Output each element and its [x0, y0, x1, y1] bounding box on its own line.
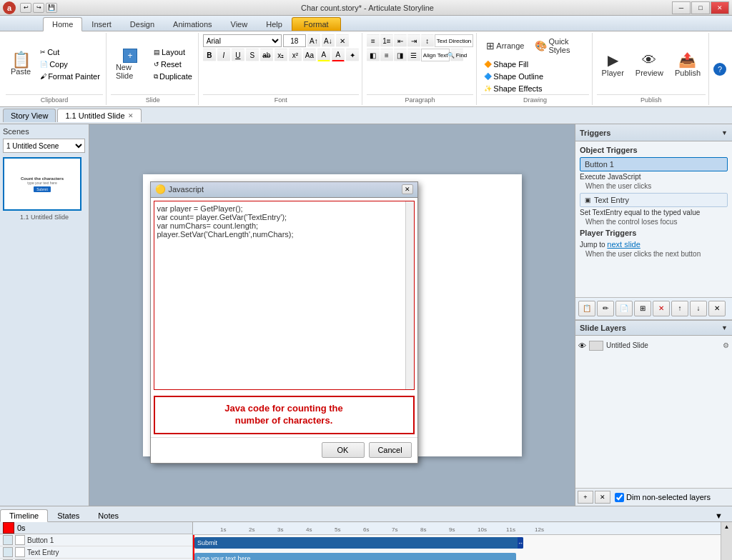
copy-trigger-button[interactable]: 📄 — [615, 301, 633, 316]
tab-design[interactable]: Design — [121, 17, 164, 31]
tab-home[interactable]: Home — [43, 17, 82, 31]
text-direction-button[interactable]: Text Direction — [435, 34, 473, 47]
clipboard-group: 📋 Paste ✂ Cut 📄 Copy 🖌 Format Painter Cl… — [3, 33, 107, 105]
next-slide-link[interactable]: next slide — [607, 240, 640, 249]
preview-button[interactable]: 👁 Preview — [630, 49, 668, 80]
decrease-indent-button[interactable]: ⇤ — [394, 34, 407, 47]
copy-button[interactable]: 📄 Copy — [37, 59, 103, 70]
close-button[interactable]: ✕ — [711, 1, 729, 14]
italic-button[interactable]: I — [217, 49, 230, 61]
shape-outline-button[interactable]: 🔷 Shape Outline — [481, 71, 546, 82]
notes-tab[interactable]: Notes — [89, 509, 128, 521]
scene-selector[interactable]: 1 Untitled Scene — [3, 139, 85, 153]
edit-trigger-button[interactable]: ✏ — [597, 301, 614, 316]
superscript-button[interactable]: x² — [289, 49, 302, 61]
find-text-button[interactable]: 🔍 Find — [450, 49, 463, 61]
justify-button[interactable]: ☰ — [407, 49, 420, 61]
add-trigger-button[interactable]: 📋 — [578, 301, 595, 316]
text-effect-button[interactable]: ✦ — [346, 49, 359, 61]
align-right-button[interactable]: ◨ — [394, 49, 407, 61]
story-view-tab[interactable]: Story View — [3, 109, 56, 122]
font-size-input[interactable] — [283, 34, 306, 47]
align-center-button[interactable]: ≡ — [380, 49, 393, 61]
dialog-close-button[interactable]: ✕ — [402, 184, 413, 194]
quick-styles-button[interactable]: 🎨 Quick Styles — [530, 34, 588, 57]
minimize-button[interactable]: ─ — [672, 1, 691, 14]
slide-thumbnail[interactable]: Count the characters type your text here… — [3, 157, 81, 211]
move-down-trigger-button[interactable]: ↓ — [690, 301, 707, 316]
timeline-scrollbar[interactable]: ▲ ▼ — [721, 522, 732, 560]
shadow-button[interactable]: S — [246, 49, 259, 61]
duplicate-button[interactable]: ⧉ Duplicate — [151, 71, 195, 82]
scenes-header: Scenes — [3, 127, 86, 136]
ok-button[interactable]: OK — [322, 442, 365, 458]
delete-trigger-button[interactable]: ✕ — [653, 301, 670, 316]
save-button[interactable]: 💾 — [46, 3, 57, 13]
clear-format-button[interactable]: ✕ — [336, 34, 349, 47]
reset-button[interactable]: ↺ Reset — [151, 59, 195, 70]
decrease-font-button[interactable]: A↓ — [322, 34, 335, 47]
delete-layer-button[interactable]: ✕ — [595, 491, 610, 504]
tab-view[interactable]: View — [222, 17, 257, 31]
cut-button[interactable]: ✂ Cut — [37, 46, 103, 58]
align-text-button[interactable]: Align Text — [421, 49, 450, 61]
dim-layers-checkbox[interactable] — [615, 493, 624, 502]
layer-settings-button[interactable]: ⚙ — [723, 341, 729, 349]
slide-layers-expand[interactable]: ▼ — [721, 324, 728, 331]
add-layer-button[interactable]: + — [578, 491, 593, 504]
player-button[interactable]: ▶ Player — [597, 49, 629, 80]
js-code-editor[interactable]: var player = GetPlayer(); var count= pla… — [154, 201, 415, 390]
increase-font-button[interactable]: A↑ — [307, 34, 320, 47]
close-slide-tab[interactable]: ✕ — [128, 112, 134, 119]
tab-help[interactable]: Help — [257, 17, 292, 31]
publish-label: Publish — [597, 94, 706, 104]
bullets-button[interactable]: ≡ — [367, 34, 380, 47]
undo-button[interactable]: ↩ — [20, 3, 31, 13]
button1-trigger-item[interactable]: Button 1 — [580, 157, 728, 171]
bold-button[interactable]: B — [203, 49, 216, 61]
maximize-button[interactable]: □ — [691, 1, 710, 14]
move-up-trigger-button[interactable]: ↑ — [671, 301, 688, 316]
font-color-button[interactable]: A — [332, 49, 345, 61]
collapse-timeline-button[interactable]: ▼ — [706, 509, 732, 521]
timeline-tab[interactable]: Timeline — [0, 509, 48, 522]
tab-animations[interactable]: Animations — [164, 17, 221, 31]
text-entry-trigger-item[interactable]: ▣ Text Entry — [580, 193, 728, 207]
font-family-select[interactable]: Arial — [203, 34, 282, 47]
numbering-button[interactable]: 1≡ — [380, 34, 393, 47]
layout-button[interactable]: ▤ Layout — [151, 46, 195, 58]
code-scrollbar[interactable] — [405, 201, 414, 389]
format-painter-button[interactable]: 🖌 Format Painter — [37, 71, 103, 82]
arrange-button[interactable]: ⊞ Arrange — [481, 34, 529, 57]
slide-label: Slide — [111, 94, 195, 104]
publish-button[interactable]: 📤 Publish — [670, 49, 706, 80]
tab-insert[interactable]: Insert — [82, 17, 121, 31]
case-button[interactable]: Aa — [303, 49, 316, 61]
slide-group: + New Slide ▤ Layout ↺ Reset ⧉ Duplicate… — [108, 33, 199, 105]
cancel-button[interactable]: Cancel — [369, 442, 412, 458]
slide-tab[interactable]: 1.1 Untitled Slide ✕ — [57, 109, 141, 122]
states-tab[interactable]: States — [48, 509, 89, 521]
tab-format[interactable]: Format — [292, 17, 341, 31]
highlight-color-button[interactable]: A — [317, 49, 330, 61]
strikethrough-button[interactable]: ab — [260, 49, 273, 61]
new-slide-button[interactable]: + New Slide — [111, 46, 149, 83]
paste-button[interactable]: 📋 Paste — [6, 50, 36, 79]
thumb-submit-btn: Submit — [34, 186, 51, 192]
window-controls: ─ □ ✕ — [672, 1, 729, 14]
line-spacing-button[interactable]: ↕ — [421, 34, 434, 47]
triggers-expand-button[interactable]: ▼ — [721, 129, 728, 136]
align-left-button[interactable]: ◧ — [367, 49, 380, 61]
underline-button[interactable]: U — [232, 49, 244, 61]
text-entry-bar[interactable]: type your text here — [194, 553, 516, 560]
button1-bar[interactable]: Submit ↔ — [194, 537, 523, 549]
shape-fill-button[interactable]: 🔶 Shape Fill — [481, 59, 546, 70]
subscript-button[interactable]: x₂ — [274, 49, 287, 61]
redo-button[interactable]: ↪ — [33, 3, 44, 13]
timeline-scroll-up[interactable]: ▲ — [724, 524, 730, 530]
help-button[interactable]: ? — [713, 63, 726, 76]
increase-indent-button[interactable]: ⇥ — [407, 34, 420, 47]
duplicate-trigger-button[interactable]: ⊞ — [634, 301, 651, 316]
shape-effects-button[interactable]: ✨ Shape Effects — [481, 83, 546, 94]
close-triggers-button[interactable]: ✕ — [708, 301, 726, 316]
